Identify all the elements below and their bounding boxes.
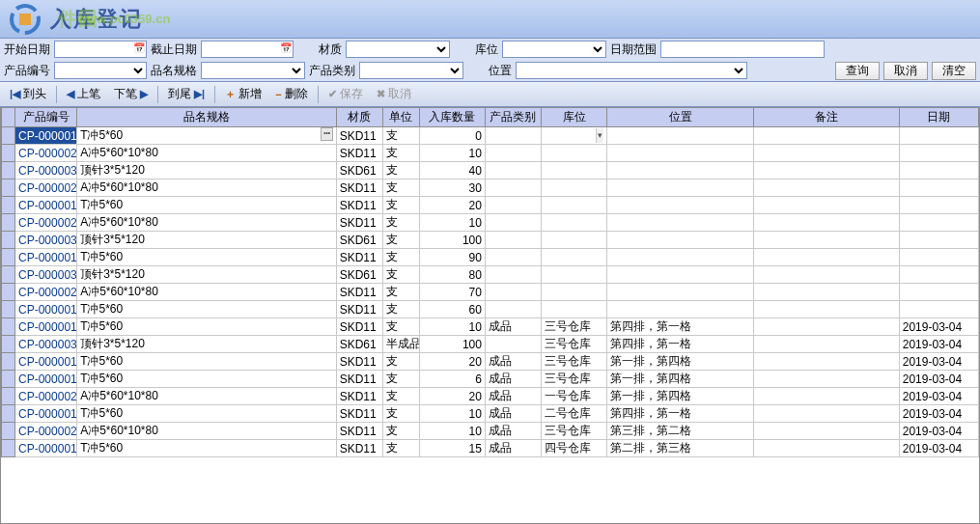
- cell-material[interactable]: SKD11: [336, 127, 382, 145]
- cell-category[interactable]: [485, 179, 541, 197]
- col-note[interactable]: 备注: [754, 108, 899, 127]
- cell-category[interactable]: 成品: [485, 318, 541, 336]
- cell-note[interactable]: [754, 388, 899, 405]
- cell-note[interactable]: [754, 284, 899, 301]
- table-row[interactable]: CP-000003顶针3*5*120SKD61支100: [2, 232, 979, 249]
- cell-category[interactable]: [485, 336, 541, 353]
- cell-date[interactable]: 2019-03-04: [899, 371, 978, 388]
- cell-material[interactable]: SKD61: [336, 266, 382, 284]
- row-indicator[interactable]: [2, 371, 15, 388]
- cell-position[interactable]: [607, 284, 754, 301]
- cell-category[interactable]: [485, 145, 541, 162]
- delete-button[interactable]: 删除: [269, 84, 313, 105]
- cell-unit[interactable]: 支: [382, 179, 419, 197]
- cell-position[interactable]: 第四排，第一格: [607, 318, 754, 336]
- col-spec[interactable]: 品名规格: [77, 108, 337, 127]
- cell-position[interactable]: [607, 214, 754, 232]
- table-row[interactable]: CP-000002A冲5*60*10*80SKD11支10成品三号仓库第三排，第…: [2, 423, 979, 440]
- cell-material[interactable]: SKD11: [336, 145, 382, 162]
- row-indicator[interactable]: [2, 127, 15, 145]
- cell-spec[interactable]: T冲5*60: [77, 318, 337, 336]
- cell-category[interactable]: [485, 197, 541, 214]
- table-row[interactable]: CP-000002A冲5*60*10*80SKD11支30: [2, 179, 979, 197]
- cell-date[interactable]: [899, 284, 978, 301]
- cell-product-code[interactable]: CP-000003: [15, 266, 77, 284]
- cell-material[interactable]: SKD11: [336, 405, 382, 423]
- clear-button[interactable]: 清空: [932, 62, 976, 80]
- row-indicator[interactable]: [2, 301, 15, 318]
- cell-product-code[interactable]: CP-000001: [15, 318, 77, 336]
- cell-spec[interactable]: T冲5*60: [77, 353, 337, 371]
- cell-category[interactable]: 成品: [485, 388, 541, 405]
- cell-unit[interactable]: 支: [382, 197, 419, 214]
- cell-unit[interactable]: 支: [382, 162, 419, 179]
- cell-qty[interactable]: 6: [419, 371, 485, 388]
- cell-material[interactable]: SKD61: [336, 232, 382, 249]
- cell-qty[interactable]: 30: [419, 179, 485, 197]
- cell-unit[interactable]: 半成品: [382, 336, 419, 353]
- cell-note[interactable]: [754, 318, 899, 336]
- cell-product-code[interactable]: CP-000001: [15, 127, 77, 145]
- row-indicator[interactable]: [2, 145, 15, 162]
- cell-position[interactable]: 第二排，第三格: [607, 440, 754, 457]
- cell-product-code[interactable]: CP-000001: [15, 249, 77, 266]
- spec-select[interactable]: [201, 62, 305, 79]
- cell-product-code[interactable]: CP-000002: [15, 423, 77, 440]
- row-indicator[interactable]: [2, 405, 15, 423]
- save-button[interactable]: 保存: [322, 84, 369, 105]
- cell-material[interactable]: SKD11: [336, 284, 382, 301]
- cell-category[interactable]: [485, 162, 541, 179]
- cell-material[interactable]: SKD11: [336, 249, 382, 266]
- prev-button[interactable]: 上笔: [61, 84, 106, 105]
- col-unit[interactable]: 单位: [382, 108, 419, 127]
- start-date-input[interactable]: [54, 41, 147, 58]
- cell-unit[interactable]: 支: [382, 284, 419, 301]
- table-row[interactable]: CP-000002A冲5*60*10*80SKD11支20成品一号仓库第一排，第…: [2, 388, 979, 405]
- cell-date[interactable]: 2019-03-04: [899, 318, 978, 336]
- cell-qty[interactable]: 20: [419, 353, 485, 371]
- table-row[interactable]: CP-000002A冲5*60*10*80SKD11支70: [2, 284, 979, 301]
- row-indicator[interactable]: [2, 284, 15, 301]
- end-date-input[interactable]: [201, 41, 294, 58]
- cell-category[interactable]: [485, 232, 541, 249]
- cell-product-code[interactable]: CP-000003: [15, 336, 77, 353]
- cell-qty[interactable]: 60: [419, 301, 485, 318]
- cell-unit[interactable]: 支: [382, 232, 419, 249]
- table-row[interactable]: CP-000003顶针3*5*120SKD61支80: [2, 266, 979, 284]
- table-row[interactable]: CP-000002A冲5*60*10*80SKD11支10: [2, 145, 979, 162]
- cell-qty[interactable]: 10: [419, 318, 485, 336]
- table-row[interactable]: CP-000001T冲5*60SKD11支60: [2, 301, 979, 318]
- cell-warehouse[interactable]: [542, 284, 607, 301]
- cell-spec[interactable]: A冲5*60*10*80: [77, 423, 337, 440]
- cell-category[interactable]: [485, 249, 541, 266]
- row-indicator[interactable]: [2, 179, 15, 197]
- cell-spec[interactable]: A冲5*60*10*80: [77, 214, 337, 232]
- cell-material[interactable]: SKD11: [336, 353, 382, 371]
- col-material[interactable]: 材质: [336, 108, 382, 127]
- cell-position[interactable]: [607, 249, 754, 266]
- cell-position[interactable]: [607, 145, 754, 162]
- cell-date[interactable]: [899, 179, 978, 197]
- warehouse-select[interactable]: [502, 41, 606, 58]
- cell-warehouse[interactable]: [542, 179, 607, 197]
- row-indicator[interactable]: [2, 232, 15, 249]
- cell-spec[interactable]: T冲5*60: [77, 301, 337, 318]
- cell-qty[interactable]: 10: [419, 145, 485, 162]
- cell-warehouse[interactable]: [542, 214, 607, 232]
- cell-material[interactable]: SKD11: [336, 440, 382, 457]
- cell-material[interactable]: SKD11: [336, 371, 382, 388]
- cell-product-code[interactable]: CP-000001: [15, 197, 77, 214]
- cell-warehouse[interactable]: 三号仓库: [542, 371, 607, 388]
- cell-position[interactable]: 第一排，第四格: [607, 388, 754, 405]
- cell-date[interactable]: 2019-03-04: [899, 336, 978, 353]
- last-button[interactable]: 到尾: [162, 84, 210, 105]
- cell-position[interactable]: [607, 162, 754, 179]
- cell-product-code[interactable]: CP-000002: [15, 214, 77, 232]
- cell-date[interactable]: [899, 232, 978, 249]
- cell-category[interactable]: [485, 214, 541, 232]
- cell-spec[interactable]: 顶针3*5*120: [77, 162, 337, 179]
- cell-date[interactable]: [899, 162, 978, 179]
- cell-note[interactable]: [754, 145, 899, 162]
- cell-category[interactable]: [485, 301, 541, 318]
- cell-spec[interactable]: A冲5*60*10*80: [77, 145, 337, 162]
